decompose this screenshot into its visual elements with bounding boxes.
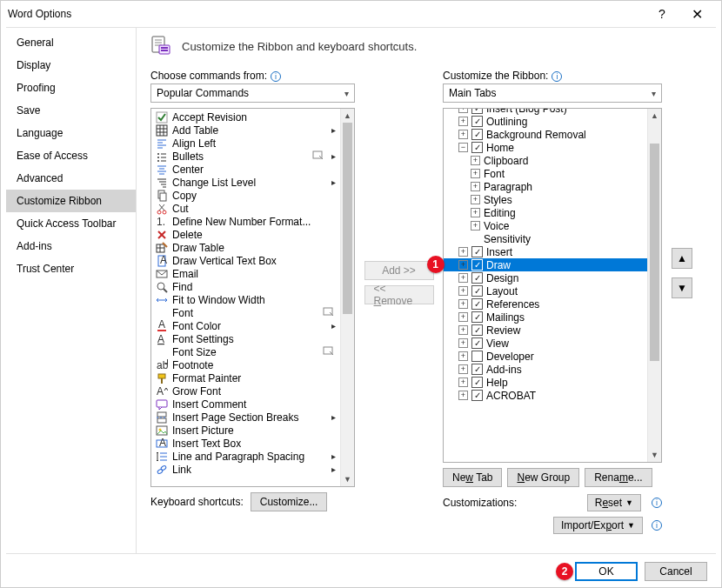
tree-item[interactable]: +✓ACROBAT xyxy=(444,389,647,402)
tree-item[interactable]: +Font xyxy=(444,167,647,180)
import-export-button[interactable]: Import/Export▼ xyxy=(553,517,643,534)
command-item[interactable]: AFont Color▸ xyxy=(151,319,340,332)
command-item[interactable]: Find xyxy=(151,280,340,293)
tree-expander[interactable]: + xyxy=(471,156,480,165)
command-item[interactable]: Insert Page Section Breaks▸ xyxy=(151,411,340,424)
tree-checkbox[interactable]: ✓ xyxy=(471,285,483,297)
tree-expander[interactable]: + xyxy=(458,325,468,335)
command-item[interactable]: Email xyxy=(151,267,340,280)
tree-expander[interactable]: + xyxy=(471,169,480,178)
tree-item[interactable]: +Paragraph xyxy=(444,180,647,193)
tree-expander[interactable]: + xyxy=(458,338,468,348)
tree-item[interactable]: +✓Add-ins xyxy=(444,363,647,376)
tree-expander[interactable]: + xyxy=(471,182,480,191)
tree-item[interactable]: +Editing xyxy=(444,206,647,219)
tree-item[interactable]: +Voice xyxy=(444,219,647,232)
command-item[interactable]: AGrow Font xyxy=(151,384,340,398)
tree-item[interactable]: +Developer xyxy=(444,350,647,363)
command-item[interactable]: Link▸ xyxy=(151,463,340,476)
tree-expander[interactable]: − xyxy=(458,143,468,152)
command-item[interactable]: Font Size xyxy=(151,345,340,358)
tree-checkbox[interactable]: ✓ xyxy=(471,246,483,257)
tree-checkbox[interactable]: ✓ xyxy=(471,324,483,336)
choose-commands-dropdown[interactable]: Popular Commands xyxy=(150,84,355,103)
tree-item[interactable]: +✓Background Removal xyxy=(444,128,647,141)
tree-checkbox[interactable]: ✓ xyxy=(471,259,483,271)
sidebar-item-quick-access-toolbar[interactable]: Quick Access Toolbar xyxy=(6,212,136,235)
new-group-button[interactable]: New Group xyxy=(507,468,579,487)
tree-expander[interactable]: + xyxy=(458,247,468,257)
sidebar-item-general[interactable]: General xyxy=(6,31,136,54)
tree-item[interactable]: +✓View xyxy=(444,337,647,350)
command-item[interactable]: Add Table▸ xyxy=(151,124,340,137)
scroll-down-arrow[interactable]: ▼ xyxy=(648,448,661,462)
command-item[interactable]: Font xyxy=(151,306,340,319)
ok-button[interactable]: OK xyxy=(575,562,638,581)
tree-checkbox[interactable] xyxy=(471,351,483,362)
close-button[interactable]: ✕ xyxy=(679,6,714,23)
tree-item[interactable]: +✓Layout xyxy=(444,284,647,297)
tree-expander[interactable] xyxy=(471,234,480,244)
tree-expander[interactable]: + xyxy=(458,260,468,270)
commands-listbox[interactable]: Accept RevisionAdd Table▸Align LeftBulle… xyxy=(150,108,355,487)
command-item[interactable]: Insert Comment xyxy=(151,398,340,411)
sidebar-item-ease-of-access[interactable]: Ease of Access xyxy=(6,144,136,167)
scroll-up-arrow[interactable]: ▲ xyxy=(341,109,354,123)
tree-checkbox[interactable]: ✓ xyxy=(471,311,483,323)
scroll-up-arrow[interactable]: ▲ xyxy=(648,109,661,123)
command-item[interactable]: Cut xyxy=(151,202,340,215)
tree-expander[interactable]: + xyxy=(471,221,480,231)
command-item[interactable]: Center xyxy=(151,163,340,176)
info-icon[interactable]: i xyxy=(652,520,662,531)
info-icon[interactable]: i xyxy=(271,71,281,82)
tree-expander[interactable]: + xyxy=(458,378,468,387)
info-icon[interactable]: i xyxy=(652,498,662,508)
tree-checkbox[interactable]: ✓ xyxy=(471,142,483,153)
command-item[interactable]: ab1Footnote xyxy=(151,358,340,371)
tree-item[interactable]: +✓Outlining xyxy=(444,115,647,128)
tree-expander[interactable]: + xyxy=(471,195,480,204)
tree-expander[interactable]: + xyxy=(458,109,468,113)
command-item[interactable]: Accept Revision xyxy=(151,110,340,124)
tree-checkbox[interactable]: ✓ xyxy=(471,390,483,401)
tree-expander[interactable]: + xyxy=(458,299,468,309)
tree-checkbox[interactable]: ✓ xyxy=(471,116,483,127)
ribbon-tree[interactable]: +✓Insert (Blog Post)+✓Outlining+✓Backgro… xyxy=(443,108,662,463)
tree-checkbox[interactable]: ✓ xyxy=(471,377,483,388)
command-item[interactable]: Format Painter xyxy=(151,371,340,384)
tree-expander[interactable]: + xyxy=(458,117,468,126)
scroll-thumb[interactable] xyxy=(650,144,659,361)
cancel-button[interactable]: Cancel xyxy=(645,562,707,581)
tree-checkbox[interactable]: ✓ xyxy=(471,337,483,349)
sidebar-item-customize-ribbon[interactable]: Customize Ribbon xyxy=(6,190,136,212)
command-item[interactable]: Fit to Window Width xyxy=(151,293,340,306)
tree-expander[interactable]: + xyxy=(458,351,468,361)
command-item[interactable]: Insert Picture xyxy=(151,424,340,437)
tree-item[interactable]: Sensitivity xyxy=(444,232,647,245)
rename-button[interactable]: Rename... xyxy=(585,468,652,487)
command-item[interactable]: AInsert Text Box xyxy=(151,437,340,450)
command-item[interactable]: Line and Paragraph Spacing▸ xyxy=(151,450,340,463)
tree-checkbox[interactable]: ✓ xyxy=(471,272,483,284)
tree-checkbox[interactable]: ✓ xyxy=(471,364,483,375)
tree-expander[interactable]: + xyxy=(458,391,468,400)
scroll-thumb[interactable] xyxy=(343,123,352,314)
tree-item[interactable]: −✓Home xyxy=(444,141,647,154)
tree-item[interactable]: +Styles xyxy=(444,193,647,206)
command-item[interactable]: Delete xyxy=(151,228,340,241)
command-item[interactable]: AFont Settings xyxy=(151,332,340,345)
customize-shortcuts-button[interactable]: Customize... xyxy=(251,492,328,511)
tree-checkbox[interactable]: ✓ xyxy=(471,298,483,310)
tree-expander[interactable]: + xyxy=(458,364,468,374)
scrollbar[interactable]: ▲ ▼ xyxy=(647,109,661,462)
tree-item[interactable]: +✓Draw xyxy=(444,258,647,271)
sidebar-item-display[interactable]: Display xyxy=(6,54,136,77)
tree-expander[interactable]: + xyxy=(458,273,468,283)
command-item[interactable]: Change List Level▸ xyxy=(151,176,340,189)
scrollbar[interactable]: ▲ ▼ xyxy=(340,109,354,486)
tree-expander[interactable]: + xyxy=(458,286,468,296)
info-icon[interactable]: i xyxy=(552,71,562,82)
command-item[interactable]: Align Left xyxy=(151,137,340,150)
command-item[interactable]: Copy xyxy=(151,189,340,202)
scroll-down-arrow[interactable]: ▼ xyxy=(341,472,354,486)
